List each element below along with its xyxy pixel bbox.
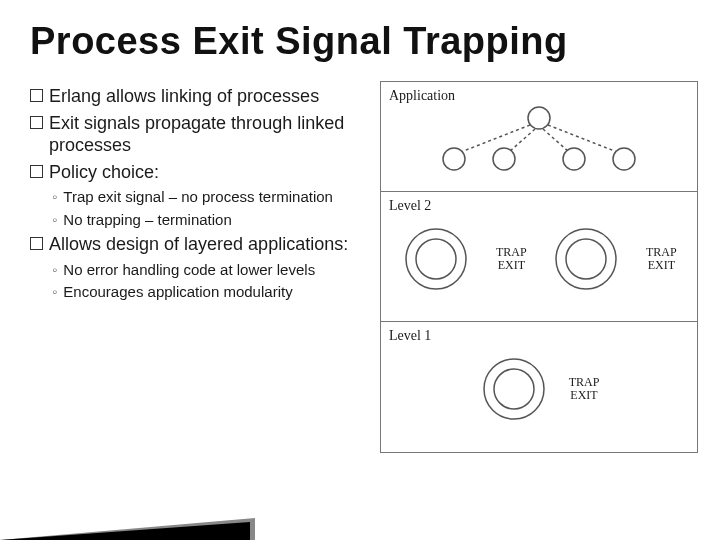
box-icon — [30, 237, 43, 250]
svg-line-4 — [548, 125, 617, 152]
bullet-allows: Allows design of layered applications: — [30, 233, 370, 256]
panel-label: Application — [389, 88, 689, 104]
svg-line-1 — [461, 125, 530, 152]
ring-icon: ◦ — [52, 187, 57, 207]
box-icon — [30, 165, 43, 178]
bullet-policy: Policy choice: — [30, 161, 370, 184]
diagram-column: Application — [380, 81, 698, 453]
ring-icon: ◦ — [52, 260, 57, 280]
slide-accent-icon — [0, 522, 250, 540]
subbullet-text: No trapping – termination — [63, 210, 231, 230]
panel-level1: Level 1 TRAPEXIT — [381, 322, 697, 452]
subbullet-trap: ◦ Trap exit signal – no process terminat… — [52, 187, 370, 207]
bullet-column: Erlang allows linking of processes Exit … — [30, 81, 370, 453]
svg-point-8 — [613, 148, 635, 170]
bullet-text: Erlang allows linking of processes — [49, 85, 319, 108]
bullet-exit-signals: Exit signals propagate through linked pr… — [30, 112, 370, 157]
box-icon — [30, 89, 43, 102]
subbullet-noerror: ◦ No error handling code at lower levels — [52, 260, 370, 280]
bullet-text: Policy choice: — [49, 161, 159, 184]
panel-application: Application — [381, 82, 697, 192]
subbullet-text: Trap exit signal – no process terminatio… — [63, 187, 333, 207]
svg-point-10 — [416, 239, 456, 279]
svg-point-5 — [443, 148, 465, 170]
svg-point-0 — [528, 107, 550, 129]
trap-node-icon — [479, 354, 549, 424]
svg-point-7 — [563, 148, 585, 170]
subbullet-modularity: ◦ Encourages application modularity — [52, 282, 370, 302]
panel-label: Level 1 — [389, 328, 689, 344]
subbullet-text: No error handling code at lower levels — [63, 260, 315, 280]
application-graph-icon — [389, 104, 689, 184]
trap-node-icon — [551, 224, 621, 294]
trap-node-icon — [401, 224, 471, 294]
ring-icon: ◦ — [52, 210, 57, 230]
bullet-text: Exit signals propagate through linked pr… — [49, 112, 370, 157]
bullet-text: Allows design of layered applications: — [49, 233, 348, 256]
subbullet-text: Encourages application modularity — [63, 282, 292, 302]
panel-label: Level 2 — [389, 198, 689, 214]
svg-point-6 — [493, 148, 515, 170]
trap-exit-label: TRAPEXIT — [496, 246, 527, 272]
panel-level2: Level 2 TRAPEXIT — [381, 192, 697, 322]
subbullet-notrap: ◦ No trapping – termination — [52, 210, 370, 230]
box-icon — [30, 116, 43, 129]
ring-icon: ◦ — [52, 282, 57, 302]
svg-point-12 — [566, 239, 606, 279]
trap-exit-label: TRAPEXIT — [646, 246, 677, 272]
svg-point-14 — [494, 369, 534, 409]
trap-exit-label: TRAPEXIT — [569, 376, 600, 402]
slide-title: Process Exit Signal Trapping — [30, 20, 690, 63]
bullet-erlang: Erlang allows linking of processes — [30, 85, 370, 108]
